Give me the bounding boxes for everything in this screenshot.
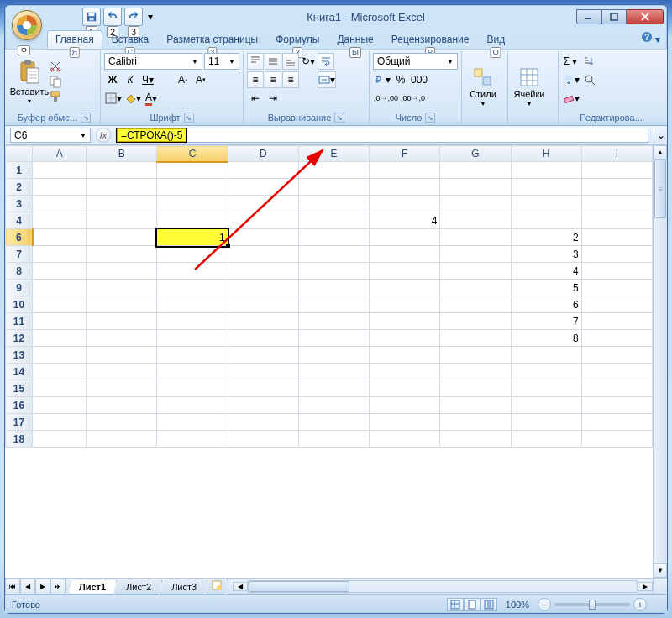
minimize-button[interactable] [576, 9, 601, 24]
sheet-tab-3[interactable]: Лист3 [160, 580, 207, 594]
cell-F2[interactable] [370, 179, 440, 196]
row-header-13[interactable]: 13 [6, 347, 33, 364]
cell-C1[interactable] [157, 162, 228, 179]
dialog-launcher[interactable]: ↘ [81, 113, 91, 123]
cell-H6[interactable]: 2 [511, 229, 581, 246]
tab-view[interactable]: ВидО [478, 30, 513, 49]
cell-G16[interactable] [440, 397, 511, 414]
sheet-tab-1[interactable]: Лист1 [68, 580, 117, 594]
cell-B8[interactable] [87, 263, 157, 280]
cell-D10[interactable] [228, 296, 298, 313]
cell-H16[interactable] [511, 397, 581, 414]
cell-A6[interactable] [33, 229, 87, 246]
percent-button[interactable]: % [392, 71, 409, 88]
row-header-8[interactable]: 8 [6, 263, 33, 280]
cell-B13[interactable] [87, 347, 157, 364]
align-left-button[interactable]: ≡ [247, 71, 264, 88]
row-header-17[interactable]: 17 [6, 414, 33, 431]
cell-G8[interactable] [440, 263, 511, 280]
row-header-18[interactable]: 18 [6, 431, 33, 448]
cell-E2[interactable] [298, 179, 369, 196]
row-header-2[interactable]: 2 [6, 179, 33, 196]
cell-B16[interactable] [87, 397, 157, 414]
tab-pagelayout[interactable]: Разметка страницыЗ [158, 30, 266, 49]
cell-E12[interactable] [298, 330, 369, 347]
tab-home[interactable]: ГлавнаяЯ [47, 30, 102, 49]
dialog-launcher[interactable]: ↘ [334, 113, 344, 123]
cell-D16[interactable] [228, 397, 298, 414]
cell-H3[interactable] [511, 196, 581, 212]
cell-F8[interactable] [370, 263, 440, 280]
cell-B14[interactable] [87, 364, 157, 380]
cell-C4[interactable] [157, 212, 228, 229]
cell-C10[interactable] [157, 296, 228, 313]
cell-D1[interactable] [228, 162, 298, 179]
cell-I6[interactable] [581, 229, 652, 246]
cell-B6[interactable] [87, 229, 157, 246]
cell-I4[interactable] [581, 212, 652, 229]
cell-A17[interactable] [33, 414, 87, 431]
cell-A1[interactable] [33, 162, 87, 179]
cell-A9[interactable] [33, 280, 87, 296]
align-center-button[interactable]: ≡ [265, 71, 281, 88]
cell-A8[interactable] [33, 263, 87, 280]
cell-H11[interactable]: 7 [511, 313, 581, 330]
cell-I7[interactable] [581, 246, 652, 263]
hscroll-thumb[interactable] [249, 581, 349, 592]
fill-color-button[interactable]: ▾ [123, 90, 142, 107]
formula-input[interactable]: =СТРОКА()-5 [116, 128, 648, 143]
zoom-slider[interactable]: − + [538, 598, 647, 611]
cell-D3[interactable] [228, 196, 298, 212]
decrease-decimal-button[interactable]: ,00→,0 [400, 90, 426, 107]
row-header-7[interactable]: 7 [6, 246, 33, 263]
row-header-1[interactable]: 1 [6, 162, 33, 179]
align-middle-button[interactable] [265, 53, 281, 70]
cell-G13[interactable] [440, 347, 511, 364]
cell-B15[interactable] [87, 380, 157, 397]
col-header-G[interactable]: G [440, 146, 511, 162]
col-header-B[interactable]: B [87, 146, 157, 162]
col-header-A[interactable]: A [33, 146, 87, 162]
cell-D18[interactable] [228, 431, 298, 448]
vertical-scrollbar[interactable]: ▲ ▼ [653, 145, 667, 578]
cell-G6[interactable] [440, 229, 511, 246]
scroll-up-button[interactable]: ▲ [654, 145, 667, 160]
spreadsheet-grid[interactable]: ABCDEFGHI1234461273849510611712813141516… [5, 145, 653, 448]
cell-H8[interactable]: 4 [511, 263, 581, 280]
dialog-launcher[interactable]: ↘ [425, 113, 435, 123]
horizontal-scrollbar[interactable]: ◀ ▶ [233, 579, 653, 594]
cell-H2[interactable] [511, 179, 581, 196]
cell-G9[interactable] [440, 280, 511, 296]
row-header-16[interactable]: 16 [6, 397, 33, 414]
col-header-I[interactable]: I [581, 146, 652, 162]
cell-C16[interactable] [157, 397, 228, 414]
qat-save-button[interactable]: 1 [82, 8, 101, 26]
cell-E8[interactable] [298, 263, 369, 280]
cell-B10[interactable] [87, 296, 157, 313]
cell-D12[interactable] [228, 330, 298, 347]
sheet-nav-next[interactable]: ▶ [35, 579, 50, 594]
dialog-launcher[interactable]: ↘ [184, 113, 194, 123]
cell-A10[interactable] [33, 296, 87, 313]
qat-redo-button[interactable]: 3 [124, 8, 143, 26]
cell-D11[interactable] [228, 313, 298, 330]
increase-decimal-button[interactable]: ,0→,00 [373, 90, 399, 107]
cell-H14[interactable] [511, 364, 581, 380]
scroll-down-button[interactable]: ▼ [654, 563, 667, 578]
cell-I8[interactable] [581, 263, 652, 280]
cell-H12[interactable]: 8 [511, 330, 581, 347]
cell-G11[interactable] [440, 313, 511, 330]
cell-B9[interactable] [87, 280, 157, 296]
view-normal-button[interactable] [447, 598, 464, 611]
bold-button[interactable]: Ж [104, 71, 121, 88]
cell-G15[interactable] [440, 380, 511, 397]
maximize-button[interactable] [601, 9, 627, 24]
cell-G14[interactable] [440, 364, 511, 380]
cell-I1[interactable] [581, 162, 652, 179]
cell-I11[interactable] [581, 313, 652, 330]
cell-G18[interactable] [440, 431, 511, 448]
cell-E10[interactable] [298, 296, 369, 313]
cell-D15[interactable] [228, 380, 298, 397]
cell-A7[interactable] [33, 246, 87, 263]
cells-button[interactable]: Ячейки▼ [512, 59, 547, 114]
